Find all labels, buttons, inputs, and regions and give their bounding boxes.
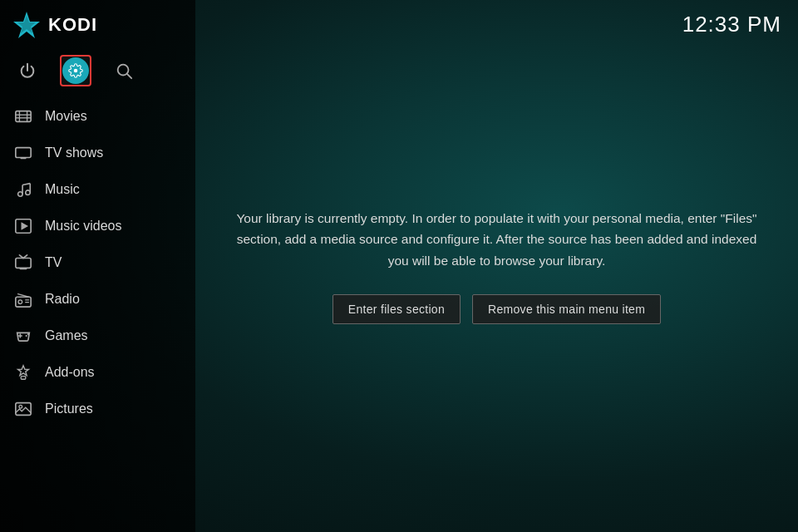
sidebar-item-musicvideos-label: Music videos — [45, 219, 121, 234]
sidebar-item-tv[interactable]: TV — [0, 244, 195, 281]
sidebar-item-addons-label: Add-ons — [45, 365, 95, 380]
sidebar-item-pictures-label: Pictures — [45, 401, 93, 416]
sidebar-item-tvshows[interactable]: TV shows — [0, 135, 195, 171]
search-icon — [115, 62, 133, 80]
games-icon — [13, 326, 33, 346]
clock: 12:33 PM — [682, 12, 781, 37]
logo-bar: KODI — [0, 0, 195, 50]
power-button[interactable] — [12, 55, 43, 86]
sidebar-item-movies-label: Movies — [45, 109, 87, 124]
sidebar-item-pictures[interactable]: Pictures — [0, 391, 195, 427]
sidebar-item-games[interactable]: Games — [0, 318, 195, 354]
radio-icon — [13, 289, 33, 309]
remove-menu-item-button[interactable]: Remove this main menu item — [472, 294, 661, 324]
sidebar: KODI — [0, 0, 195, 532]
music-icon — [13, 180, 33, 200]
library-message: Your library is currently empty. In orde… — [231, 208, 763, 272]
kodi-logo: KODI — [12, 10, 97, 40]
power-icon — [18, 62, 37, 80]
enter-files-button[interactable]: Enter files section — [332, 294, 461, 324]
svg-rect-20 — [16, 259, 31, 268]
sidebar-item-games-label: Games — [45, 328, 88, 343]
sidebar-item-addons[interactable]: Add-ons — [0, 354, 195, 391]
addons-icon — [13, 362, 33, 382]
kodi-title: KODI — [48, 14, 97, 36]
sidebar-item-musicvideos[interactable]: Music videos — [0, 208, 195, 244]
sidebar-item-movies[interactable]: Movies — [0, 98, 195, 135]
musicvideos-icon — [13, 216, 33, 236]
svg-rect-10 — [16, 148, 31, 158]
gear-icon — [68, 63, 83, 78]
nav-items: Movies TV shows — [0, 95, 195, 532]
message-box: Your library is currently empty. In orde… — [214, 191, 780, 342]
sidebar-item-tv-label: TV — [45, 255, 62, 270]
kodi-icon — [12, 10, 42, 40]
svg-rect-32 — [21, 377, 26, 380]
main-content: Your library is currently empty. In orde… — [195, 0, 798, 532]
svg-rect-5 — [16, 111, 31, 122]
movies-icon — [13, 106, 33, 126]
svg-point-34 — [19, 405, 22, 408]
sidebar-item-radio-label: Radio — [45, 292, 80, 307]
svg-line-4 — [127, 74, 131, 78]
tvshows-icon — [13, 143, 33, 163]
sidebar-item-radio[interactable]: Radio — [0, 281, 195, 318]
icon-buttons-row — [0, 50, 195, 95]
svg-point-26 — [18, 300, 22, 304]
sidebar-item-tvshows-label: TV shows — [45, 145, 103, 160]
pictures-icon — [13, 399, 33, 419]
svg-point-30 — [26, 335, 27, 337]
sidebar-item-music[interactable]: Music — [0, 171, 195, 208]
tvlive-icon — [13, 253, 33, 273]
svg-line-17 — [22, 184, 30, 185]
svg-point-13 — [18, 192, 22, 197]
svg-point-14 — [26, 190, 31, 195]
sidebar-item-music-label: Music — [45, 182, 80, 197]
settings-button[interactable] — [60, 55, 91, 86]
svg-point-2 — [74, 69, 78, 73]
search-button[interactable] — [108, 55, 140, 86]
settings-circle — [62, 57, 89, 84]
svg-marker-19 — [22, 223, 27, 229]
action-buttons: Enter files section Remove this main men… — [231, 294, 763, 324]
